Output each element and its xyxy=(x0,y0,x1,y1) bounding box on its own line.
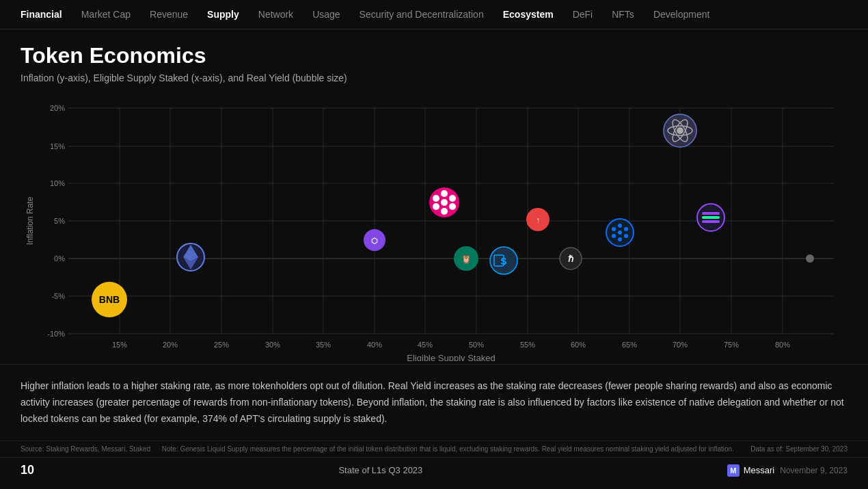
nav-nfts[interactable]: NFTs xyxy=(612,9,634,20)
nav-defi[interactable]: DeFi xyxy=(573,9,593,20)
bubble-gno: 🦉 xyxy=(454,246,478,271)
y-axis-labels: 20% 15% 10% 5% 0% -5% -10% xyxy=(47,104,65,338)
svg-text:15%: 15% xyxy=(50,142,65,150)
navigation: Financial Market Cap Revenue Supply Netw… xyxy=(0,0,868,29)
nav-revenue[interactable]: Revenue xyxy=(150,9,188,20)
logo-area: M Messari November 9, 2023 xyxy=(727,464,847,477)
svg-point-54 xyxy=(441,208,448,215)
svg-point-51 xyxy=(441,190,448,197)
bubble-ldo: S xyxy=(490,247,517,274)
svg-text:30%: 30% xyxy=(265,341,280,349)
x-axis-labels: 15% 20% 25% 30% 35% 40% 45% 50% 55% 60% … xyxy=(112,341,790,349)
svg-text:75%: 75% xyxy=(724,341,739,349)
nav-supply[interactable]: Supply xyxy=(207,9,239,20)
nav-usage[interactable]: Usage xyxy=(312,9,340,20)
bubble-arb: ↑ xyxy=(526,208,550,231)
chart-svg: 20% 15% 10% 5% 0% -5% -10% Inflation Rat… xyxy=(21,94,847,361)
publish-date: November 9, 2023 xyxy=(780,466,847,475)
svg-text:65%: 65% xyxy=(622,341,637,349)
svg-point-80 xyxy=(677,127,683,134)
svg-point-73 xyxy=(624,227,628,231)
svg-point-52 xyxy=(449,195,456,202)
svg-text:-5%: -5% xyxy=(51,292,65,300)
nav-market-cap[interactable]: Market Cap xyxy=(81,9,131,20)
svg-rect-86 xyxy=(702,212,720,215)
svg-point-57 xyxy=(441,199,448,206)
report-title: State of L1s Q3 2023 xyxy=(338,465,422,475)
svg-text:BNB: BNB xyxy=(99,294,120,305)
svg-text:50%: 50% xyxy=(469,341,484,349)
page-title: Token Economics xyxy=(21,43,847,68)
svg-point-74 xyxy=(612,234,616,238)
data-as-of: Data as of: September 30, 2023 xyxy=(750,445,847,453)
svg-point-76 xyxy=(618,237,622,241)
main-content: Token Economics Inflation (y-axis), Elig… xyxy=(0,29,868,361)
svg-text:60%: 60% xyxy=(571,341,586,349)
svg-point-89 xyxy=(806,254,814,263)
svg-point-55 xyxy=(433,203,439,210)
svg-text:⬡: ⬡ xyxy=(371,237,378,245)
bubble-bnb: BNB xyxy=(92,282,127,317)
messari-logo: M Messari xyxy=(727,464,775,477)
svg-point-77 xyxy=(618,230,622,235)
svg-rect-88 xyxy=(702,220,720,223)
bubble-hbar: ℏ xyxy=(560,248,582,269)
svg-point-75 xyxy=(624,234,628,238)
page-footer: 10 State of L1s Q3 2023 M Messari Novemb… xyxy=(0,457,868,483)
y-axis-title: Inflation Rate xyxy=(25,196,35,245)
svg-point-72 xyxy=(612,227,616,231)
svg-text:45%: 45% xyxy=(418,341,433,349)
nav-security[interactable]: Security and Decentralization xyxy=(360,9,484,20)
footer-notes: Source: Staking Rewards, Messari, Staked… xyxy=(0,440,868,457)
svg-text:🦉: 🦉 xyxy=(461,253,472,265)
svg-text:40%: 40% xyxy=(367,341,382,349)
source-note: Source: Staking Rewards, Messari, Staked… xyxy=(21,445,734,453)
svg-rect-87 xyxy=(702,216,720,219)
page-number: 10 xyxy=(21,463,34,477)
nav-network[interactable]: Network xyxy=(258,9,293,20)
description-text: Higher inflation leads to a higher staki… xyxy=(0,364,868,440)
bubble-dot xyxy=(429,187,459,217)
page-subtitle: Inflation (y-axis), Eligible Supply Stak… xyxy=(21,72,847,83)
svg-text:20%: 20% xyxy=(50,104,65,112)
bubble-sol xyxy=(697,204,724,231)
svg-text:70%: 70% xyxy=(673,341,688,349)
nav-financial[interactable]: Financial xyxy=(21,9,62,20)
svg-text:-10%: -10% xyxy=(47,330,65,338)
svg-text:↑: ↑ xyxy=(536,215,540,225)
svg-text:10%: 10% xyxy=(50,179,65,187)
bubble-atom xyxy=(664,114,696,147)
svg-text:15%: 15% xyxy=(112,341,127,349)
svg-text:80%: 80% xyxy=(775,341,790,349)
bubble-eth xyxy=(177,243,204,271)
svg-point-56 xyxy=(433,195,439,202)
bubble-ada xyxy=(606,219,634,246)
messari-icon: M xyxy=(727,464,740,477)
svg-text:0%: 0% xyxy=(54,254,65,263)
scatter-chart: 20% 15% 10% 5% 0% -5% -10% Inflation Rat… xyxy=(21,94,847,361)
svg-text:35%: 35% xyxy=(316,341,331,349)
svg-text:20%: 20% xyxy=(163,341,178,349)
svg-point-71 xyxy=(618,224,622,228)
svg-point-53 xyxy=(449,203,456,210)
svg-text:ℏ: ℏ xyxy=(568,254,574,264)
svg-text:55%: 55% xyxy=(520,341,535,349)
svg-text:5%: 5% xyxy=(54,217,65,225)
x-axis-title: Eligible Supply Staked xyxy=(407,353,495,361)
svg-text:25%: 25% xyxy=(214,341,229,349)
bubble-matic: ⬡ xyxy=(364,229,385,251)
nav-ecosystem[interactable]: Ecosystem xyxy=(503,9,554,20)
nav-development[interactable]: Development xyxy=(653,9,710,20)
bubble-small xyxy=(806,254,814,263)
